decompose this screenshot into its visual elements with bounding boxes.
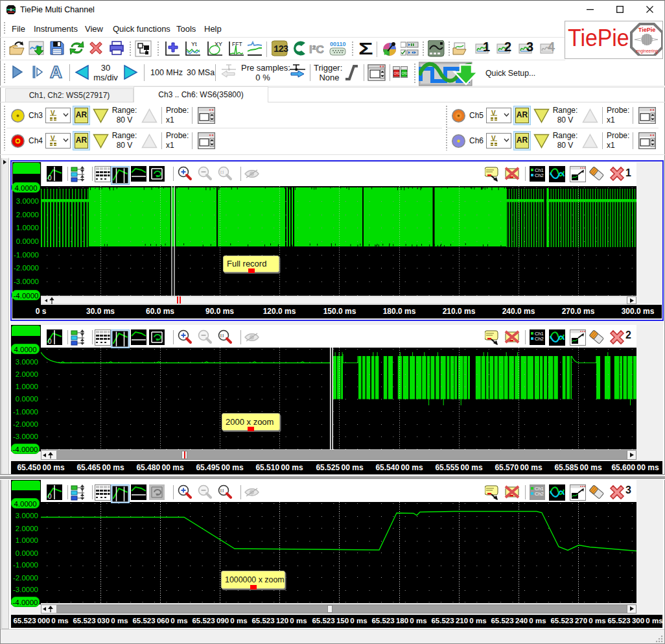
- svg-text:l:l: l:l: [220, 170, 224, 174]
- svg-text:Σ: Σ: [358, 40, 373, 57]
- svg-text:Ch2: Ch2: [535, 173, 544, 178]
- svg-text:FFT: FFT: [232, 41, 242, 47]
- svg-text:2: 2: [504, 40, 511, 54]
- svg-text:CH1: CH1: [394, 72, 400, 75]
- svg-text:0: 0: [48, 174, 52, 182]
- svg-text:TiePie: TiePie: [638, 27, 655, 33]
- svg-text:0: 0: [48, 338, 52, 345]
- svg-text:l:l: l:l: [220, 488, 224, 493]
- svg-text:Ch2: Ch2: [535, 336, 544, 342]
- svg-text:3: 3: [526, 40, 533, 54]
- svg-text:1: 1: [483, 40, 490, 54]
- svg-text:Ch2: Ch2: [535, 491, 544, 497]
- svg-text:l:l: l:l: [220, 333, 224, 338]
- svg-text:4: 4: [548, 40, 555, 54]
- svg-text:Yt: Yt: [191, 41, 197, 47]
- svg-text:engineering: engineering: [636, 49, 658, 54]
- svg-text:00110: 00110: [330, 41, 346, 47]
- svg-text:I²C: I²C: [309, 43, 324, 56]
- svg-text:CH2: CH2: [402, 72, 408, 75]
- svg-text:123: 123: [274, 44, 288, 54]
- svg-text:0: 0: [48, 493, 52, 500]
